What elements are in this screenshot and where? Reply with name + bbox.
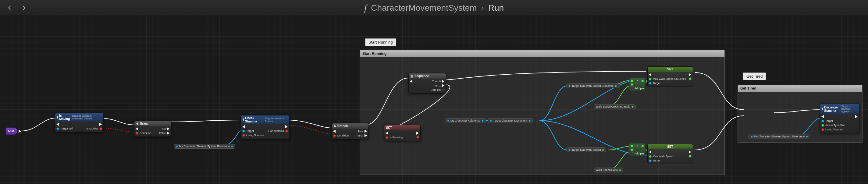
node-title: ◆ Branch <box>134 121 171 126</box>
variable-get-max-walk-speed[interactable]: Target Max Walk Speed <box>566 148 606 152</box>
variable-get-stamina-ref-2[interactable]: My Character Stamina System Reference <box>748 134 810 139</box>
node-set-max-walk-speed[interactable]: SET Max Walk Speed Target <box>647 144 693 164</box>
node-set-is-running[interactable]: SET Is Running <box>384 125 421 141</box>
exec-in-pin <box>56 123 59 126</box>
exec-out-pin <box>99 123 102 126</box>
target-pin <box>56 127 59 130</box>
node-is-moving[interactable]: f Is Moving Target is Character Movement… <box>55 113 104 132</box>
function-icon: f <box>364 3 367 13</box>
exec-out-pin[interactable] <box>19 130 21 133</box>
node-sequence[interactable]: ▤ Sequence Then 0 Then 1 Add pin <box>408 73 446 94</box>
node-check-stamina[interactable]: fCheck Stamina Target is Stamina System … <box>241 115 289 139</box>
variable-get-stamina-ref[interactable]: My Character Stamina System Reference <box>174 144 235 149</box>
nav-back-button[interactable] <box>5 4 14 12</box>
node-branch-1[interactable]: ◆ Branch Condition True False <box>134 121 171 137</box>
toolbar: f CharacterMovementSystem › Run <box>0 0 868 16</box>
nav-forward-button[interactable] <box>20 4 28 12</box>
node-multiply-1[interactable]: × Add pin <box>629 78 646 91</box>
breadcrumb: f CharacterMovementSystem › Run <box>364 3 504 13</box>
bool-out-pin <box>99 127 102 130</box>
node-decrease-stamina[interactable]: fDecrease Stamina Target is Stamina Syst… <box>820 103 860 133</box>
comment-tooltip-tired: Get Tired <box>743 72 766 80</box>
variable-get-max-walk-speed-crouched[interactable]: Target Max Walk Speed Crouched <box>566 84 619 88</box>
comment-title[interactable]: Start Running <box>360 50 724 57</box>
comment-tooltip-start: Start Running <box>365 38 396 46</box>
variable-get-character-movement[interactable]: Target Character Movement <box>488 118 533 123</box>
variable-get-walk-speed-ratio[interactable]: Walk Speed Ratio <box>594 167 623 173</box>
node-branch-2[interactable]: ◆ Branch Condition True False <box>332 123 369 139</box>
breadcrumb-separator: › <box>481 3 484 13</box>
node-set-max-walk-speed-crouched[interactable]: SET Max Walk Speed Crouched Target <box>647 66 693 87</box>
node-title: f Is Moving Target is Character Movement… <box>55 113 103 122</box>
function-icon: f <box>57 116 58 119</box>
node-multiply-2[interactable]: × Add pin <box>629 143 646 156</box>
breadcrumb-root[interactable]: CharacterMovementSystem <box>371 3 477 13</box>
variable-get-walk-speed-crouched-ratio[interactable]: Walk Speed Crouched Ratio <box>594 104 636 109</box>
condition-pin <box>135 132 138 135</box>
entry-label: Run <box>5 127 18 135</box>
breadcrumb-leaf[interactable]: Run <box>488 3 504 13</box>
comment-title[interactable]: Get Tired <box>738 85 862 92</box>
variable-get-character-ref[interactable]: My Character Reference <box>445 118 486 123</box>
function-entry-node[interactable]: Run <box>5 127 21 135</box>
node-title: fCheck Stamina Target is Stamina System <box>241 116 289 124</box>
